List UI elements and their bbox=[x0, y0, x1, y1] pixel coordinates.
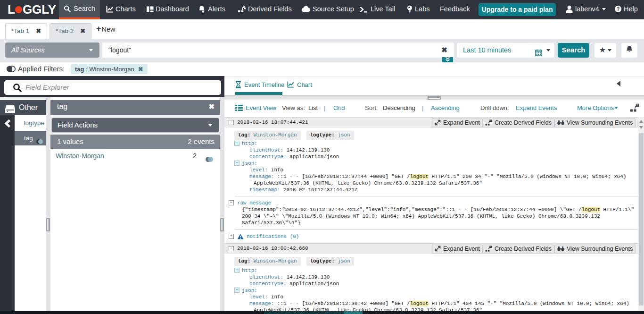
svg-text:?: ? bbox=[617, 6, 620, 12]
